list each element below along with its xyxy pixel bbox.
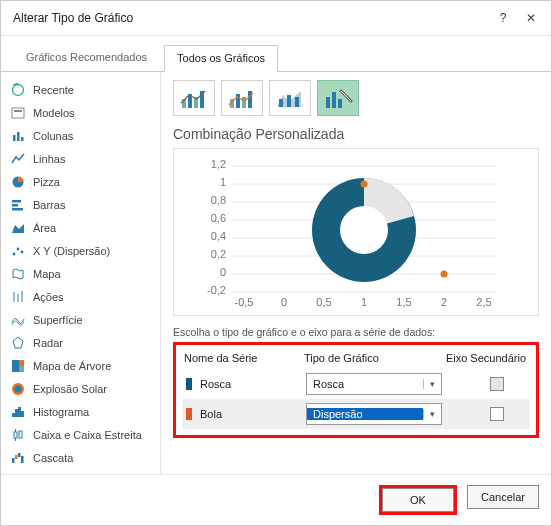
secondary-axis-checkbox[interactable] (490, 377, 504, 391)
svg-rect-24 (15, 409, 18, 417)
sidebar-item-column[interactable]: Colunas (5, 125, 156, 147)
svg-rect-20 (19, 366, 24, 372)
subtype-stacked-area[interactable] (269, 80, 311, 116)
series-type-dropdown[interactable]: Dispersão ▾ (306, 403, 442, 425)
chart-type-sidebar: Recente Modelos Colunas Linhas Pizza Bar… (1, 72, 161, 474)
sidebar-item-label: Modelos (33, 107, 75, 119)
sidebar-item-stock[interactable]: Ações (5, 286, 156, 308)
series-name: Bola (200, 408, 306, 420)
section-title: Combinação Personalizada (173, 126, 539, 142)
sidebar-item-label: Radar (33, 337, 63, 349)
series-type-dropdown[interactable]: Rosca ▾ (306, 373, 442, 395)
sidebar-item-label: Recente (33, 84, 74, 96)
svg-rect-52 (338, 99, 342, 108)
sidebar-item-funnel[interactable]: Funil (5, 470, 156, 474)
svg-text:-0,5: -0,5 (235, 296, 254, 308)
sidebar-item-label: Histograma (33, 406, 89, 418)
svg-rect-4 (17, 132, 20, 141)
svg-point-78 (361, 181, 368, 188)
window-title: Alterar Tipo de Gráfico (13, 11, 489, 25)
sidebar-item-label: Cascata (33, 452, 73, 464)
sidebar-item-label: Superfície (33, 314, 83, 326)
svg-rect-3 (13, 135, 16, 141)
subtype-clustered-line-secondary[interactable] (221, 80, 263, 116)
svg-text:1: 1 (220, 176, 226, 188)
series-caption: Escolha o tipo de gráfico e o eixo para … (173, 326, 539, 338)
svg-rect-49 (295, 97, 299, 107)
svg-rect-32 (15, 455, 18, 459)
svg-point-77 (340, 206, 388, 254)
svg-rect-2 (14, 110, 22, 112)
series-color-chip (186, 378, 192, 390)
tab-strip: Gráficos Recomendados Todos os Gráficos (1, 36, 551, 71)
subtype-clustered-line[interactable] (173, 80, 215, 116)
svg-point-11 (13, 253, 16, 256)
sidebar-item-radar[interactable]: Radar (5, 332, 156, 354)
cancel-button[interactable]: Cancelar (467, 485, 539, 509)
dropdown-value: Dispersão (307, 408, 423, 420)
sidebar-item-boxwhisker[interactable]: Caixa e Caixa Estreita (5, 424, 156, 446)
close-button[interactable]: ✕ (517, 7, 545, 29)
combo-subtype-row (173, 80, 539, 116)
svg-marker-17 (13, 337, 23, 348)
svg-rect-47 (279, 99, 283, 107)
sidebar-item-surface[interactable]: Superfície (5, 309, 156, 331)
sidebar-item-map[interactable]: Mapa (5, 263, 156, 285)
svg-rect-43 (236, 94, 240, 108)
svg-rect-34 (21, 456, 24, 463)
svg-marker-10 (12, 224, 24, 233)
subtype-custom[interactable] (317, 80, 359, 116)
highlight-frame-series: Nome da Série Tipo de Gráfico Eixo Secun… (173, 342, 539, 438)
sidebar-item-pie[interactable]: Pizza (5, 171, 156, 193)
svg-point-0 (13, 85, 24, 96)
sidebar-item-treemap[interactable]: Mapa de Árvore (5, 355, 156, 377)
series-row: Bola Dispersão ▾ (182, 399, 530, 429)
svg-text:0,8: 0,8 (211, 194, 226, 206)
sidebar-item-label: Colunas (33, 130, 73, 142)
sidebar-item-bar[interactable]: Barras (5, 194, 156, 216)
sidebar-item-area[interactable]: Área (5, 217, 156, 239)
svg-rect-44 (242, 97, 246, 108)
sidebar-item-label: Mapa de Árvore (33, 360, 111, 372)
sidebar-item-label: Área (33, 222, 56, 234)
sidebar-item-histogram[interactable]: Histograma (5, 401, 156, 423)
svg-text:0: 0 (220, 266, 226, 278)
series-name: Rosca (200, 378, 306, 390)
ok-button[interactable]: OK (382, 488, 454, 512)
sidebar-item-scatter[interactable]: X Y (Dispersão) (5, 240, 156, 262)
svg-rect-48 (287, 95, 291, 107)
svg-text:0,6: 0,6 (211, 212, 226, 224)
svg-rect-7 (12, 200, 21, 203)
sidebar-item-label: X Y (Dispersão) (33, 245, 110, 257)
help-button[interactable]: ? (489, 7, 517, 29)
chevron-down-icon: ▾ (423, 409, 441, 419)
col-secondary-axis: Eixo Secundário (444, 352, 528, 364)
svg-text:0,2: 0,2 (211, 248, 226, 260)
series-color-chip (186, 408, 192, 420)
svg-point-79 (441, 271, 448, 278)
svg-point-22 (15, 386, 22, 393)
dialog-footer: OK Cancelar (1, 474, 551, 525)
sidebar-item-label: Ações (33, 291, 64, 303)
sidebar-item-templates[interactable]: Modelos (5, 102, 156, 124)
dropdown-value: Rosca (307, 378, 423, 390)
svg-point-13 (21, 251, 24, 254)
sidebar-item-label: Pizza (33, 176, 60, 188)
sidebar-item-recent[interactable]: Recente (5, 79, 156, 101)
sidebar-item-line[interactable]: Linhas (5, 148, 156, 170)
svg-rect-26 (21, 411, 24, 417)
sidebar-item-waterfall[interactable]: Cascata (5, 447, 156, 469)
svg-text:2: 2 (441, 296, 447, 308)
svg-text:0,4: 0,4 (211, 230, 226, 242)
secondary-axis-checkbox[interactable] (490, 407, 504, 421)
svg-text:1: 1 (361, 296, 367, 308)
highlight-frame-ok: OK (379, 485, 457, 515)
sidebar-item-sunburst[interactable]: Explosão Solar (5, 378, 156, 400)
svg-rect-8 (12, 204, 18, 207)
chart-preview: 1,210,8 0,60,40,2 0-0,2 -0,500,5 11,522,… (173, 148, 539, 316)
svg-rect-50 (326, 97, 330, 108)
tab-recommended[interactable]: Gráficos Recomendados (13, 44, 160, 71)
sidebar-item-label: Caixa e Caixa Estreita (33, 429, 142, 441)
svg-rect-45 (248, 91, 252, 108)
tab-all-charts[interactable]: Todos os Gráficos (164, 45, 278, 72)
